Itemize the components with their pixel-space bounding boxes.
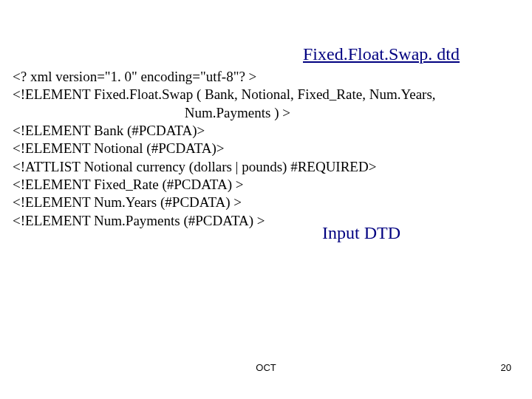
footer-center-label: OCT: [0, 362, 532, 373]
page-number: 20: [501, 362, 511, 373]
slide: Fixed.Float.Swap. dtd <? xml version="1.…: [0, 0, 532, 399]
dtd-code-block: <? xml version="1. 0" encoding="utf-8"? …: [13, 68, 436, 230]
slide-subtitle: Input DTD: [322, 223, 400, 243]
slide-title: Fixed.Float.Swap. dtd: [303, 44, 460, 64]
